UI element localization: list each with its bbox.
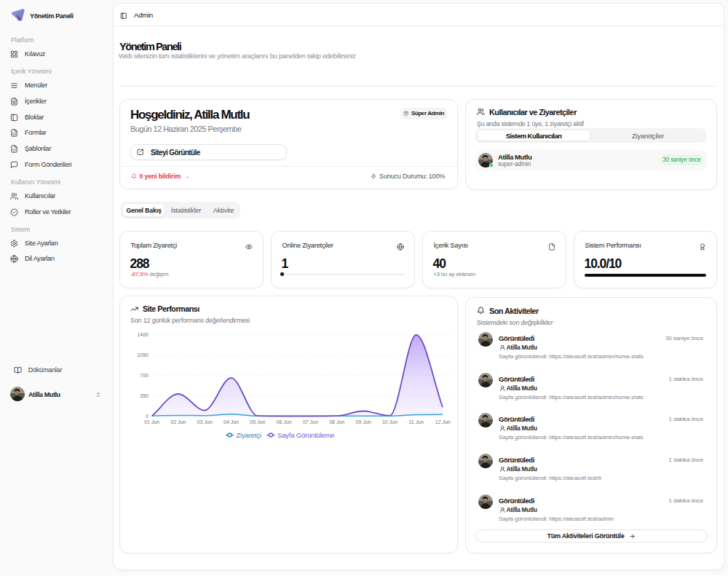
svg-text:04 Jun: 04 Jun — [223, 419, 239, 425]
svg-text:12 Jun: 12 Jun — [435, 419, 451, 425]
svg-text:1050: 1050 — [137, 352, 149, 358]
svg-text:Ziyaretçi: Ziyaretçi — [237, 431, 261, 439]
svg-text:350: 350 — [140, 393, 149, 398]
svg-text:08 Jun: 08 Jun — [329, 419, 344, 425]
svg-text:06 Jun: 06 Jun — [277, 419, 292, 425]
svg-text:1400: 1400 — [137, 332, 149, 337]
svg-text:0: 0 — [146, 414, 149, 419]
svg-text:11 Jun: 11 Jun — [408, 419, 424, 425]
svg-text:02 Jun: 02 Jun — [170, 419, 186, 425]
svg-text:700: 700 — [140, 373, 149, 378]
svg-text:Sayfa Görüntüleme: Sayfa Görüntüleme — [277, 431, 334, 439]
svg-text:09 Jun: 09 Jun — [356, 419, 371, 425]
svg-text:01 Jun: 01 Jun — [144, 419, 159, 425]
svg-text:05 Jun: 05 Jun — [250, 419, 265, 425]
svg-text:10 Jun: 10 Jun — [382, 419, 397, 425]
svg-text:07 Jun: 07 Jun — [303, 419, 318, 425]
svg-text:03 Jun: 03 Jun — [197, 419, 213, 425]
